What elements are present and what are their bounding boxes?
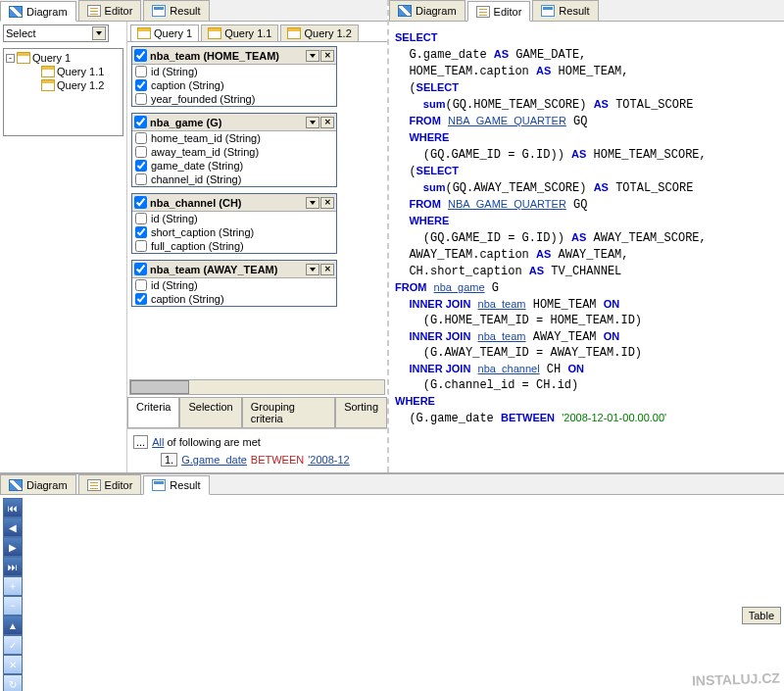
select-dropdown[interactable]: Select xyxy=(3,25,109,42)
diagram-icon xyxy=(9,6,23,18)
field-checkbox[interactable] xyxy=(135,279,147,291)
field-label: year_founded (String) xyxy=(151,93,255,105)
bottom-tab-editor[interactable]: Editor xyxy=(78,474,142,494)
right-tab-diagram[interactable]: Diagram xyxy=(389,0,466,21)
criteria-value-link[interactable]: '2008-12 xyxy=(308,454,349,466)
field-checkbox[interactable] xyxy=(135,173,147,185)
tree-label: Query 1.2 xyxy=(57,79,104,91)
left-tab-result[interactable]: Result xyxy=(143,0,209,21)
tree-expand-icon[interactable]: - xyxy=(6,54,15,63)
table-mode-button[interactable]: Table xyxy=(742,607,781,624)
diagram-icon xyxy=(398,5,412,17)
result-icon xyxy=(152,5,166,17)
entity-field-row[interactable]: short_caption (String) xyxy=(132,225,336,239)
entity-header[interactable]: nba_team (HOME_TEAM)✕ xyxy=(132,47,336,65)
toolbar-button-9[interactable]: ↻ xyxy=(3,674,23,691)
toolbar-button-4[interactable]: ＋ xyxy=(3,576,23,596)
toolbar-button-5[interactable]: － xyxy=(3,596,23,616)
entity-field-row[interactable]: away_team_id (String) xyxy=(132,145,336,159)
editor-icon xyxy=(476,6,490,18)
sql-editor[interactable]: SELECT G.game_date AS GAME_DATE, HOME_TE… xyxy=(389,22,784,472)
field-checkbox[interactable] xyxy=(135,66,147,77)
entity-box[interactable]: nba_game (G)✕home_team_id (String)away_t… xyxy=(131,113,337,187)
tree-item[interactable]: Query 1.2 xyxy=(6,78,121,92)
entity-field-row[interactable]: caption (String) xyxy=(132,78,336,92)
tree-item[interactable]: - Query 1 xyxy=(6,51,121,65)
entity-checkbox[interactable] xyxy=(134,196,147,209)
entity-box[interactable]: nba_team (HOME_TEAM)✕id (String)caption … xyxy=(131,46,337,107)
criteria-field-link[interactable]: G.game_date xyxy=(181,454,247,466)
entity-field-row[interactable]: full_caption (String) xyxy=(132,239,336,253)
entity-header[interactable]: nba_game (G)✕ xyxy=(132,114,336,131)
entity-box[interactable]: nba_channel (CH)✕id (String)short_captio… xyxy=(131,193,337,254)
entity-field-row[interactable]: id (String) xyxy=(132,65,336,78)
query-tree[interactable]: - Query 1 Query 1.1 Query 1.2 xyxy=(3,48,123,136)
diagram-canvas[interactable]: nba_team (HOME_TEAM)✕id (String)caption … xyxy=(127,42,387,377)
field-checkbox[interactable] xyxy=(135,240,147,252)
entity-header[interactable]: nba_team (AWAY_TEAM)✕ xyxy=(132,261,336,278)
entity-field-row[interactable]: id (String) xyxy=(132,212,336,225)
criteria-root-box[interactable]: ... xyxy=(133,435,148,449)
field-checkbox[interactable] xyxy=(135,293,147,305)
criteria-tab[interactable]: Grouping criteria xyxy=(242,398,335,428)
field-label: home_team_id (String) xyxy=(151,132,261,144)
toolbar-button-2[interactable]: ▶ xyxy=(3,537,23,557)
close-icon[interactable]: ✕ xyxy=(320,50,334,62)
criteria-operator[interactable]: BETWEEN xyxy=(251,454,304,466)
entity-checkbox[interactable] xyxy=(134,263,147,275)
left-tab-diagram[interactable]: Diagram xyxy=(0,1,76,22)
chevron-down-icon[interactable] xyxy=(306,50,319,62)
toolbar-button-6[interactable]: ▲ xyxy=(3,616,23,635)
query-tab[interactable]: Query 1.1 xyxy=(201,25,278,41)
entity-checkbox[interactable] xyxy=(134,116,147,128)
entity-field-row[interactable]: channel_id (String) xyxy=(132,173,336,186)
entity-header[interactable]: nba_channel (CH)✕ xyxy=(132,194,336,212)
field-checkbox[interactable] xyxy=(135,213,147,224)
field-label: full_caption (String) xyxy=(151,240,244,252)
toolbar-button-8[interactable]: ✕ xyxy=(3,655,23,674)
field-label: id (String) xyxy=(151,279,198,291)
criteria-tab[interactable]: Selection xyxy=(179,398,241,428)
toolbar-button-3[interactable]: ⏭ xyxy=(3,557,23,576)
chevron-down-icon[interactable] xyxy=(306,264,319,275)
entity-field-row[interactable]: game_date (String) xyxy=(132,159,336,173)
field-checkbox[interactable] xyxy=(135,226,147,238)
entity-field-row[interactable]: home_team_id (String) xyxy=(132,131,336,145)
tab-label: Diagram xyxy=(26,479,68,491)
entity-field-row[interactable]: year_founded (String) xyxy=(132,92,336,106)
tab-label: Diagram xyxy=(416,5,457,17)
tab-label: Editor xyxy=(105,479,133,491)
toolbar-button-7[interactable]: ✓ xyxy=(3,635,23,655)
entity-field-row[interactable]: id (String) xyxy=(132,278,336,292)
criteria-tab[interactable]: Criteria xyxy=(127,398,179,428)
bottom-tab-diagram[interactable]: Diagram xyxy=(0,474,76,494)
left-tab-editor[interactable]: Editor xyxy=(78,0,142,21)
editor-icon xyxy=(87,479,101,491)
field-checkbox[interactable] xyxy=(135,146,147,158)
right-tab-result[interactable]: Result xyxy=(532,0,598,21)
field-checkbox[interactable] xyxy=(135,93,147,105)
horizontal-scrollbar[interactable] xyxy=(129,379,385,395)
chevron-down-icon[interactable] xyxy=(306,117,319,128)
toolbar-button-0[interactable]: ⏮ xyxy=(3,498,23,518)
entity-box[interactable]: nba_team (AWAY_TEAM)✕id (String)caption … xyxy=(131,260,337,307)
entity-field-row[interactable]: caption (String) xyxy=(132,292,336,306)
field-checkbox[interactable] xyxy=(135,79,147,91)
toolbar-button-1[interactable]: ◀ xyxy=(3,518,23,537)
criteria-tab[interactable]: Sorting xyxy=(335,398,387,428)
chevron-down-icon[interactable] xyxy=(306,197,319,209)
criteria-all-link[interactable]: All xyxy=(152,436,164,448)
close-icon[interactable]: ✕ xyxy=(320,117,334,128)
query-tab[interactable]: Query 1 xyxy=(130,25,199,41)
tree-label: Query 1 xyxy=(32,52,71,64)
tree-item[interactable]: Query 1.1 xyxy=(6,65,121,78)
field-checkbox[interactable] xyxy=(135,160,147,172)
bottom-tab-result[interactable]: Result xyxy=(143,475,209,495)
field-checkbox[interactable] xyxy=(135,132,147,144)
close-icon[interactable]: ✕ xyxy=(320,197,334,209)
right-tab-editor[interactable]: Editor xyxy=(467,1,531,22)
close-icon[interactable]: ✕ xyxy=(320,264,334,275)
query-tab[interactable]: Query 1.2 xyxy=(280,25,358,41)
entity-checkbox[interactable] xyxy=(134,49,147,62)
chevron-down-icon xyxy=(92,26,106,40)
